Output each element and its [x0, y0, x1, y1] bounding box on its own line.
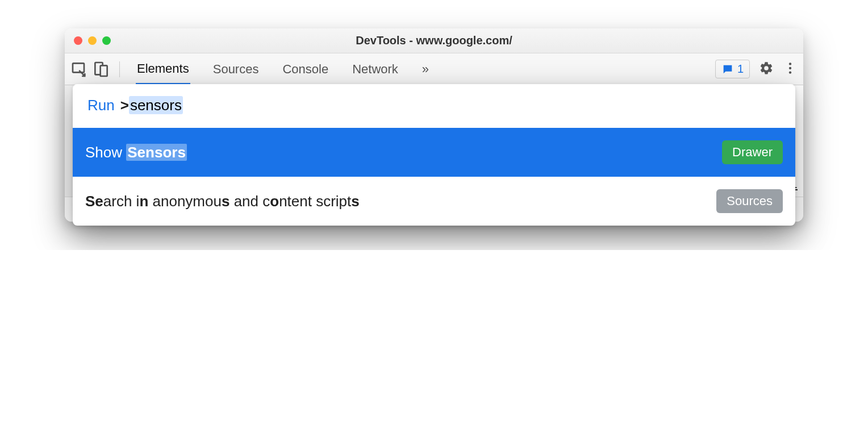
command-menu: Run >sensors Show SensorsDrawerSearch in… [73, 84, 795, 226]
more-options-icon[interactable] [783, 61, 798, 78]
panel-tabs: Elements Sources Console Network » [136, 55, 430, 84]
traffic-lights [65, 36, 111, 45]
close-window-icon[interactable] [74, 36, 82, 45]
titlebar: DevTools - www.google.com/ [65, 28, 803, 53]
svg-rect-2 [101, 65, 107, 76]
svg-point-5 [789, 71, 791, 73]
toolbar-right: 1 [715, 60, 798, 78]
window-title: DevTools - www.google.com/ [65, 34, 803, 47]
svg-point-4 [789, 66, 791, 69]
command-item-label: Show Sensors [85, 144, 187, 161]
inspect-element-icon[interactable] [70, 60, 89, 78]
device-toolbar-icon[interactable] [92, 60, 110, 78]
more-tabs-icon[interactable]: » [421, 55, 430, 84]
separator [119, 61, 120, 77]
devtools-window: DevTools - www.google.com/ Elements Sour… [65, 28, 803, 222]
tab-console[interactable]: Console [281, 55, 329, 84]
minimize-window-icon[interactable] [88, 36, 97, 45]
command-item-badge: Drawer [722, 140, 783, 164]
command-query: sensors [129, 96, 183, 114]
command-menu-item[interactable]: Show SensorsDrawer [73, 128, 795, 177]
tab-network[interactable]: Network [351, 55, 399, 84]
svg-rect-0 [73, 63, 84, 72]
command-menu-item[interactable]: Search in anonymous and content scriptsS… [73, 177, 795, 226]
settings-icon[interactable] [759, 61, 774, 78]
zoom-window-icon[interactable] [102, 36, 111, 45]
feedback-count: 1 [737, 63, 744, 76]
tab-sources[interactable]: Sources [212, 55, 260, 84]
tab-elements[interactable]: Elements [136, 55, 190, 85]
command-input-row[interactable]: Run >sensors [73, 84, 795, 128]
svg-point-3 [789, 63, 791, 65]
command-item-label: Search in anonymous and content scripts [85, 193, 360, 210]
command-run-label: Run [87, 97, 115, 114]
content-area: ⋮⋮ NT;hWT9Jb:.CLIENT;WCulWe:.CLIENT;VM 8… [65, 85, 803, 222]
command-prompt-icon: > [120, 97, 129, 114]
devtools-toolbar: Elements Sources Console Network » 1 [65, 53, 803, 85]
command-item-badge: Sources [716, 189, 783, 213]
feedback-button[interactable]: 1 [715, 60, 750, 78]
